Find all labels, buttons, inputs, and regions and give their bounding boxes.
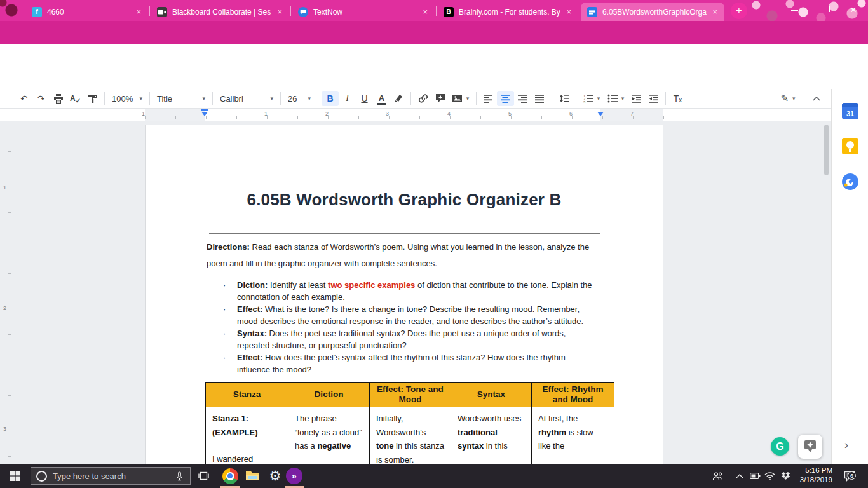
grammarly-button[interactable]: G	[771, 437, 789, 456]
chevron-down-icon: ▾	[270, 95, 273, 102]
first-line-indent-marker[interactable]	[201, 109, 208, 111]
numbered-list-button[interactable]: 123 ▾	[580, 91, 604, 106]
vertical-scrollbar[interactable]	[824, 125, 829, 175]
cell-text: Stanza 1:	[212, 412, 281, 426]
chevron-down-icon: ▾	[466, 95, 470, 102]
people-icon[interactable]	[707, 464, 728, 488]
text-color-button[interactable]: A	[373, 91, 390, 106]
purple-app-icon[interactable]: »	[283, 464, 305, 488]
font-value: Calibri	[220, 94, 243, 104]
microphone-icon[interactable]	[175, 471, 184, 482]
task-view-button[interactable]	[193, 464, 214, 488]
browser-tab-strip: f 4660 × Blackboard Collaborate | Sessi …	[0, 0, 868, 21]
italic-button[interactable]: I	[339, 91, 356, 106]
style-value: Title	[157, 94, 172, 104]
left-indent-marker[interactable]	[201, 112, 208, 116]
cell-text: (EXAMPLE)	[212, 426, 281, 440]
settings-gear-icon[interactable]: ⚙	[264, 464, 286, 488]
justify-button[interactable]	[531, 91, 548, 106]
add-comment-button[interactable]	[431, 91, 449, 106]
ruler-number: 2	[3, 305, 6, 311]
align-left-button[interactable]	[480, 91, 497, 106]
decrease-indent-button[interactable]	[628, 91, 645, 106]
file-explorer-icon[interactable]	[241, 464, 263, 488]
document-canvas: 1 2 3 6.05B Wordsworth Graphic Organizer…	[0, 121, 831, 464]
tab-blackboard[interactable]: Blackboard Collaborate | Sessi ×	[151, 3, 289, 21]
clear-formatting-button[interactable]: Tx	[669, 91, 686, 106]
organizer-table[interactable]: Stanza Diction Effect: Tone and Mood Syn…	[205, 382, 614, 464]
bold-button[interactable]: B	[322, 91, 339, 106]
action-center-button[interactable]: 6	[839, 464, 860, 488]
table-header-row: Stanza Diction Effect: Tone and Mood Syn…	[206, 383, 614, 407]
docs-header: 6.05BWordsworthGraphicOrganizerB ☆ File …	[0, 44, 868, 89]
align-center-button[interactable]	[497, 91, 514, 106]
highlight-color-button[interactable]	[390, 91, 407, 106]
chrome-logo-icon	[222, 468, 238, 484]
redo-button[interactable]: ↷	[32, 91, 50, 106]
horizontal-ruler[interactable]: 1 1 2 3 4 5 6 7	[0, 109, 868, 121]
paragraph-style-select[interactable]: Title▾	[153, 91, 209, 106]
zoom-select[interactable]: 100%▾	[108, 91, 146, 106]
new-tab-button[interactable]: +	[731, 3, 747, 19]
bullet-text: What is the tone? Is there a change in t…	[237, 304, 583, 326]
start-button[interactable]	[4, 464, 26, 488]
tab-close-icon[interactable]: ×	[564, 7, 573, 17]
keep-icon[interactable]	[842, 138, 858, 154]
font-family-select[interactable]: Calibri▾	[216, 91, 277, 106]
taskbar-search-box[interactable]: Type here to search	[31, 467, 191, 485]
collapse-panel-chevron[interactable]: ›	[844, 438, 848, 452]
chrome-taskbar-icon[interactable]	[219, 464, 241, 488]
tasks-icon[interactable]	[842, 173, 858, 190]
taskbar-clock[interactable]: 5:16 PM 3/18/2019	[793, 466, 832, 485]
tab-title: TextNow	[313, 8, 417, 17]
document-page[interactable]: 6.05B Wordsworth Graphic Organizer B Dir…	[145, 125, 663, 464]
tab-active-docs[interactable]: 6.05BWordsworthGraphicOrga ×	[581, 3, 724, 21]
increase-indent-button[interactable]	[645, 91, 662, 106]
tab-close-icon[interactable]: ×	[134, 7, 143, 17]
calendar-icon[interactable]: 31	[842, 103, 858, 119]
line-spacing-button[interactable]	[555, 91, 573, 106]
cell-text: Wordsworth uses	[458, 414, 521, 423]
bullet-syntax: Syntax: Does the poet use traditional sy…	[207, 327, 597, 351]
tab-close-icon[interactable]: ×	[421, 7, 430, 17]
ruler-number: 1	[264, 111, 268, 117]
print-button[interactable]	[50, 91, 67, 106]
pencil-icon: ✎	[780, 93, 789, 104]
document-heading: 6.05B Wordsworth Graphic Organizer B	[146, 190, 663, 210]
cell-stanza[interactable]: Stanza 1: (EXAMPLE) I wandered	[206, 407, 288, 464]
spellcheck-button[interactable]: A✓	[67, 91, 84, 106]
cell-diction[interactable]: The phrase “lonely as a cloud” has a neg…	[288, 407, 370, 464]
cell-syntax[interactable]: Wordsworth uses traditional syntax in th…	[451, 407, 532, 464]
collapse-toolbar-button[interactable]	[808, 91, 825, 106]
chevron-down-icon: ▾	[621, 95, 625, 102]
paint-format-button[interactable]	[84, 91, 101, 106]
font-size-select[interactable]: 26▾	[284, 91, 315, 106]
right-indent-marker[interactable]	[597, 112, 604, 116]
window-restore-button[interactable]	[810, 0, 839, 20]
cell-rhythm[interactable]: At first, the rhythm is slow like the	[532, 407, 614, 464]
header-diction: Diction	[288, 383, 370, 407]
align-right-button[interactable]	[514, 91, 531, 106]
undo-button[interactable]: ↶	[15, 91, 32, 106]
window-minimize-button[interactable]	[780, 0, 809, 20]
cell-tone[interactable]: Initially, Wordsworth’s tone in this sta…	[370, 407, 451, 464]
bulleted-list-button[interactable]: ▾	[604, 91, 628, 106]
tab-textnow[interactable]: TextNow ×	[292, 3, 435, 21]
directions-paragraph: Directions: Read each stanza of Wordswor…	[207, 239, 604, 272]
tab-4660[interactable]: f 4660 ×	[25, 3, 148, 21]
chevron-down-icon: ▾	[792, 95, 796, 102]
bullet-label: Diction:	[237, 280, 268, 290]
window-close-button[interactable]: ×	[839, 0, 868, 20]
editing-mode-button[interactable]: ✎ ▾	[775, 91, 801, 106]
tab-brainly[interactable]: B Brainly.com - For students. By ×	[437, 3, 578, 21]
toolbar-separator	[318, 92, 318, 105]
tab-separator	[149, 6, 150, 16]
explore-button[interactable]	[798, 435, 822, 459]
insert-image-button[interactable]: ▾	[449, 91, 473, 106]
tab-close-icon[interactable]: ×	[710, 7, 719, 17]
underline-button[interactable]: U	[356, 91, 373, 106]
table-row: Stanza 1: (EXAMPLE) I wandered The phras…	[206, 407, 614, 464]
tab-title: Blackboard Collaborate | Sessi	[172, 8, 271, 17]
insert-link-button[interactable]	[414, 91, 431, 106]
tab-close-icon[interactable]: ×	[275, 7, 284, 17]
